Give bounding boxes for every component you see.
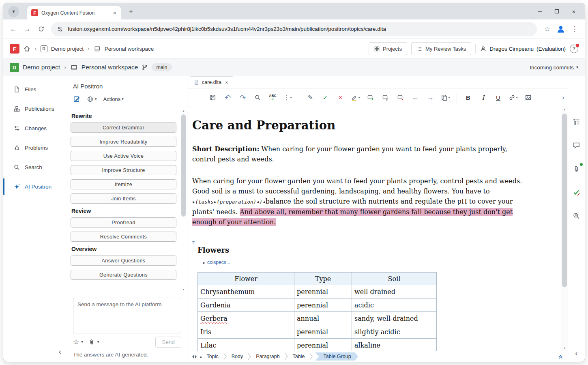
attachments-panel-button[interactable] <box>572 164 582 174</box>
breadcrumb-workspace[interactable]: Personal workspace <box>105 46 154 52</box>
link-button[interactable]: ▾ <box>506 92 520 104</box>
attach-icon[interactable] <box>88 339 95 346</box>
sidebar-item-search[interactable]: Search <box>3 157 67 177</box>
ai-action-proofread[interactable]: Proofread <box>71 217 176 228</box>
editor-scrollbar[interactable]: ▴ ▾ <box>561 107 568 351</box>
branch-selector[interactable]: main <box>152 63 172 71</box>
browser-tab[interactable]: F Oxygen Content Fusion × <box>27 6 121 19</box>
colspecs-toggle[interactable]: ▸ colspecs... <box>203 260 526 265</box>
my-review-tasks-button[interactable]: My Review Tasks <box>411 42 471 55</box>
close-document-button[interactable]: × <box>224 79 229 86</box>
highlight-button[interactable]: ▾ <box>349 92 362 104</box>
ai-action-join-items[interactable]: Join Items <box>71 193 176 204</box>
scroll-down-arrow[interactable]: ▾ <box>181 287 186 292</box>
breadcrumb-element-paragraph[interactable]: Paragraph <box>253 354 282 359</box>
document-tab-care-dita[interactable]: care.dita × <box>190 76 233 88</box>
send-button[interactable]: Send <box>155 337 181 348</box>
ai-action-use-active-voice[interactable]: Use Active Voice <box>71 151 176 161</box>
ai-actions-dropdown[interactable]: Actions ▾ <box>103 96 124 102</box>
workspace-name[interactable]: Personal workspace <box>82 64 138 71</box>
tab-search-button[interactable]: ▾ <box>8 6 19 17</box>
projects-button[interactable]: Projects <box>369 42 407 55</box>
ai-panel-scrollbar[interactable]: ▴ ▾ <box>181 109 186 292</box>
back-button[interactable]: ← <box>6 22 20 36</box>
ai-action-itemize[interactable]: Itemize <box>71 179 176 189</box>
track-changes-button[interactable]: ✎ <box>304 92 317 104</box>
ai-action-answer-questions[interactable]: Answer Questions <box>71 256 176 266</box>
sidebar-item-publications[interactable]: Publications <box>3 99 67 118</box>
breadcrumb-element-body[interactable]: Body <box>229 354 246 359</box>
scroll-down-arrow[interactable]: ▾ <box>561 346 568 351</box>
toggle-tags-icon[interactable] <box>191 354 197 359</box>
ai-action-improve-structure[interactable]: Improve Structure <box>71 165 176 175</box>
underline-button[interactable]: U <box>491 92 505 104</box>
scroll-up-arrow[interactable]: ▴ <box>561 107 568 112</box>
copy-button[interactable]: ▾ <box>439 92 452 104</box>
sidebar-item-files[interactable]: Files <box>3 79 67 99</box>
url-text[interactable]: fusion.oxygenxml.com/workspace/n5dpvec42… <box>68 26 386 32</box>
bold-button[interactable]: B <box>461 92 475 104</box>
incoming-commits-dropdown[interactable]: Incoming commits ▾ <box>530 64 578 71</box>
add-comment-button[interactable] <box>364 92 377 104</box>
chevron-down-icon[interactable]: ▾ <box>81 340 83 344</box>
new-chat-icon[interactable] <box>73 95 80 103</box>
new-tab-button[interactable]: + <box>125 6 137 17</box>
redo-button[interactable]: ↷ <box>236 92 249 104</box>
breadcrumb-element-table[interactable]: Table <box>290 354 307 359</box>
sidebar-item-changes[interactable]: Changes <box>3 118 67 138</box>
spell-check-button[interactable]: ABC ✓ <box>266 92 279 104</box>
find-replace-button[interactable] <box>251 92 264 104</box>
reject-change-button[interactable]: × <box>334 92 347 104</box>
breadcrumb-element-table-group[interactable]: Table Group <box>315 352 358 361</box>
find-references-button[interactable] <box>572 211 582 221</box>
comments-panel-button[interactable] <box>572 140 582 150</box>
remove-comment-button[interactable] <box>394 92 407 104</box>
favorites-icon[interactable]: ☆ <box>73 339 79 346</box>
site-info-icon[interactable] <box>57 26 63 32</box>
document-editor[interactable]: Care and Preparation Short Description: … <box>187 107 568 351</box>
workspace-project-name[interactable]: Demo project <box>23 64 60 71</box>
previous-change-button[interactable]: ← <box>409 92 422 104</box>
breadcrumb-project[interactable]: Demo project <box>51 46 84 52</box>
close-window-button[interactable]: × <box>565 4 582 18</box>
italic-button[interactable]: I <box>476 92 490 104</box>
home-icon[interactable] <box>23 45 30 52</box>
ai-action-improve-readability[interactable]: Improve Readability <box>71 137 176 147</box>
review-status-button[interactable] <box>572 187 582 197</box>
minimize-button[interactable] <box>531 4 548 18</box>
edit-comment-button[interactable] <box>379 92 392 104</box>
toolbar-overflow-button[interactable]: › <box>562 94 564 102</box>
sidebar-item-problems[interactable]: Problems <box>3 138 67 157</box>
browser-menu-button[interactable]: ⋮ <box>568 22 582 36</box>
outline-view-button[interactable] <box>572 117 582 127</box>
next-change-button[interactable]: → <box>424 92 437 104</box>
url-bar[interactable]: fusion.oxygenxml.com/workspace/n5dpvec42… <box>51 22 537 36</box>
scroll-up-icon[interactable]: ▴ <box>200 355 202 359</box>
chevron-down-icon[interactable]: ▾ <box>97 340 99 344</box>
reload-button[interactable] <box>34 22 48 36</box>
help-button[interactable]: ? <box>570 45 578 53</box>
ai-message-input[interactable] <box>73 298 181 333</box>
ai-action-correct-grammar[interactable]: Correct Grammar <box>71 122 176 133</box>
sidebar-item-ai-positron[interactable]: AI Positron <box>3 177 67 196</box>
save-button[interactable] <box>206 92 219 104</box>
more-actions-button[interactable]: ⋮ ▾ <box>281 92 294 104</box>
ai-engine-dropdown[interactable]: ▾ <box>87 96 97 103</box>
scrollbar-thumb[interactable] <box>181 114 186 217</box>
scrollbar-thumb[interactable] <box>562 114 567 287</box>
undo-button[interactable]: ↶ <box>221 92 234 104</box>
collapse-right-rail-button[interactable]: ‹ <box>568 349 585 358</box>
accept-change-button[interactable]: ✓ <box>319 92 332 104</box>
tab-close-button[interactable]: × <box>112 9 117 16</box>
browser-profile-button[interactable] <box>554 22 568 36</box>
user-menu[interactable]: Dragos Cimpeanu (Evaluation) <box>480 45 566 52</box>
bookmark-button[interactable]: ☆ <box>540 22 554 36</box>
insert-image-button[interactable] <box>521 92 535 104</box>
collapse-sidebar-button[interactable]: ‹ <box>59 347 61 356</box>
maximize-button[interactable] <box>548 4 565 18</box>
maximize-editor-icon[interactable] <box>558 354 564 360</box>
ai-action-generate-questions[interactable]: Generate Questions <box>71 270 176 280</box>
forward-button[interactable]: → <box>20 22 34 36</box>
ai-action-resolve-comments[interactable]: Resolve Comments <box>71 232 176 242</box>
scroll-up-arrow[interactable]: ▴ <box>181 109 186 114</box>
